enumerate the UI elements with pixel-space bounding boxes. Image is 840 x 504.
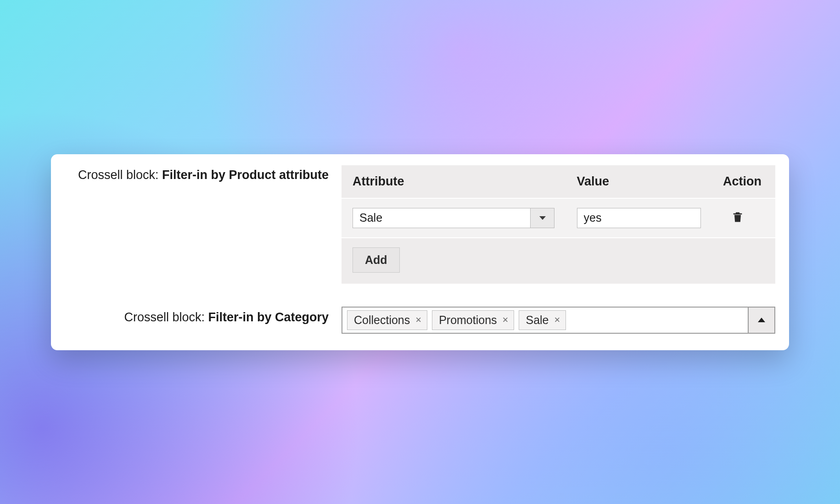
col-attribute: Attribute [342,165,566,198]
chevron-up-icon [758,318,765,322]
category-tag: Collections × [347,310,427,330]
value-input[interactable] [577,208,701,228]
label-strong: Filter-in by Product attribute [162,168,329,182]
label-strong: Filter-in by Category [208,310,329,324]
tag-label: Promotions [439,314,497,327]
category-tag: Sale × [519,310,566,330]
tag-label: Collections [354,314,410,327]
category-multiselect-toggle[interactable] [748,308,774,333]
category-tag: Promotions × [432,310,514,330]
tag-label: Sale [526,314,549,327]
category-filter-label: Crossell block: Filter-in by Category [65,307,329,325]
tag-remove-icon[interactable]: × [503,315,509,325]
settings-card: Crossell block: Filter-in by Product att… [51,154,789,350]
category-filter-row: Crossell block: Filter-in by Category Co… [65,307,775,334]
attribute-table: Attribute Value Action [342,165,775,284]
chevron-down-icon [539,216,546,220]
attribute-table-wrap: Attribute Value Action [342,165,775,284]
add-button[interactable]: Add [353,247,400,273]
delete-row-button[interactable] [731,210,744,224]
attribute-filter-label: Crossell block: Filter-in by Product att… [65,165,329,182]
category-multiselect-wrap: Collections × Promotions × Sale × [342,307,775,334]
tag-remove-icon[interactable]: × [415,315,421,325]
attribute-combo-toggle[interactable] [530,208,554,228]
table-row [342,198,775,238]
label-prefix: Crossell block: [124,310,208,324]
label-prefix: Crossell block: [78,168,162,182]
tag-remove-icon[interactable]: × [554,315,560,325]
col-value: Value [566,165,712,198]
attribute-combo[interactable] [353,208,554,228]
add-row: Add [342,238,775,284]
col-action: Action [712,165,775,198]
trash-icon [731,210,744,224]
category-multiselect[interactable]: Collections × Promotions × Sale × [342,307,775,334]
attribute-filter-row: Crossell block: Filter-in by Product att… [65,165,775,284]
attribute-combo-input[interactable] [353,208,530,228]
category-tags: Collections × Promotions × Sale × [342,308,748,333]
